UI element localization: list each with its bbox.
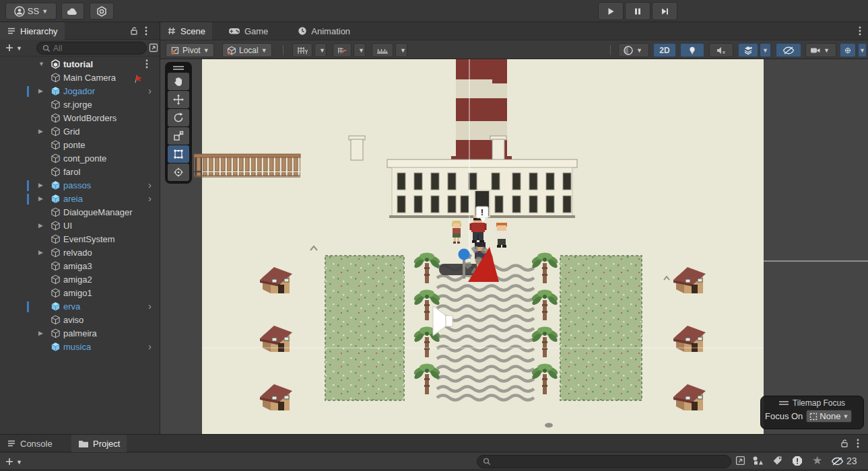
rect-tool[interactable] — [168, 145, 189, 163]
cloud-services-button[interactable] — [61, 3, 84, 20]
favorites-star-icon[interactable]: ★ — [812, 454, 822, 468]
hierarchy-item-dialoguemanager[interactable]: DialogueManager — [0, 206, 160, 219]
hierarchy-item-relvado[interactable]: ▶ relvado — [0, 246, 160, 260]
tab-project[interactable]: Project — [71, 435, 127, 452]
prefab-open-icon[interactable]: › — [148, 179, 152, 190]
hierarchy-item-ponte[interactable]: ponte — [0, 139, 160, 152]
scene-effects-button[interactable] — [738, 43, 758, 57]
rotate-tool[interactable] — [168, 109, 189, 126]
overlay-drag-handle[interactable] — [779, 401, 789, 405]
hierarchy-item-passos[interactable]: ▶ passos › — [0, 179, 160, 192]
prefab-open-icon[interactable]: › — [148, 340, 152, 352]
tilemap-focus-title: Tilemap Focus — [793, 398, 845, 408]
effects-layers-icon — [743, 46, 754, 55]
view-hand-tool[interactable] — [168, 73, 189, 90]
hierarchy-menu-icon[interactable] — [145, 26, 147, 36]
hierarchy-item-musica[interactable]: musica › — [0, 340, 160, 354]
prefab-open-icon[interactable]: › — [148, 192, 152, 204]
grid-snap-dropdown[interactable]: ▼ — [354, 43, 366, 57]
prefab-open-icon[interactable]: › — [148, 300, 152, 312]
account-button[interactable]: SS ▼ — [5, 3, 57, 20]
scene-effects-dropdown[interactable]: ▼ — [760, 43, 771, 57]
hierarchy-item-amigo1[interactable]: amigo1 — [0, 287, 160, 300]
snap-increment-button[interactable] — [372, 43, 393, 57]
scene-audio-button[interactable] — [709, 43, 733, 57]
gizmo-visibility-button[interactable] — [840, 43, 856, 57]
grid-visibility-button[interactable] — [292, 43, 312, 57]
prefab-open-icon[interactable]: › — [148, 85, 152, 96]
orientation-mode-button[interactable]: Local▼ — [222, 43, 272, 57]
focus-on-dropdown[interactable]: None ▼ — [806, 410, 852, 423]
move-tool[interactable] — [168, 91, 189, 108]
alert-filter-icon[interactable] — [792, 456, 803, 466]
lock-icon[interactable] — [129, 26, 139, 36]
grid-visibility-dropdown[interactable]: ▼ — [314, 43, 327, 57]
project-menu-icon[interactable] — [857, 439, 859, 448]
hierarchy-item-grid[interactable]: ▶ Grid — [0, 125, 160, 139]
scene-menu-kebab-icon[interactable] — [859, 26, 861, 36]
hierarchy-item-farol[interactable]: farol — [0, 166, 160, 179]
hierarchy-item-amiga3[interactable]: amiga3 — [0, 260, 160, 273]
hierarchy-item-aviso[interactable]: aviso — [0, 314, 160, 327]
expand-arrow-icon[interactable]: ▶ — [38, 249, 43, 256]
lock-icon[interactable] — [840, 439, 849, 448]
pivot-mode-button[interactable]: Pivot▼ — [166, 43, 214, 57]
scene-menu-icon[interactable] — [145, 59, 148, 69]
collapse-arrow-icon[interactable]: ▼ — [38, 61, 44, 67]
tab-scene[interactable]: Scene — [160, 22, 212, 40]
hierarchy-scene-tutorial[interactable]: ▼ tutorial — [0, 58, 160, 71]
hierarchy-item-main-camera[interactable]: Main Camera — [0, 71, 160, 85]
play-controls — [598, 2, 677, 20]
hierarchy-item-erva[interactable]: erva › — [0, 300, 160, 314]
tab-hierarchy[interactable]: Hierarchy — [0, 22, 65, 40]
expand-arrow-icon[interactable]: ▶ — [38, 87, 43, 94]
hierarchy-search[interactable] — [36, 42, 147, 55]
create-asset-button[interactable] — [5, 458, 13, 466]
create-dropdown-icon[interactable]: ▼ — [16, 45, 22, 52]
tab-animation[interactable]: Animation — [291, 22, 357, 40]
hierarchy-item-cont-ponte[interactable]: cont_ponte — [0, 152, 160, 166]
hierarchy-item-sr-jorge[interactable]: sr.jorge — [0, 98, 160, 112]
hidden-count-eye-icon[interactable] — [831, 457, 844, 466]
hierarchy-search-input[interactable] — [53, 44, 127, 53]
hierarchy-item-ui[interactable]: ▶ UI — [0, 219, 160, 233]
unity-hub-button[interactable] — [90, 3, 114, 20]
search-window-icon[interactable] — [149, 43, 158, 52]
hierarchy-item-worldborders[interactable]: WorldBorders — [0, 112, 160, 125]
step-button[interactable] — [652, 2, 677, 20]
expand-arrow-icon[interactable]: ▶ — [38, 182, 43, 188]
hidden-objects-button[interactable] — [776, 43, 801, 57]
gizmo-dropdown[interactable]: ▼ — [858, 43, 867, 57]
expand-arrow-icon[interactable]: ▶ — [38, 128, 43, 135]
search-window-icon[interactable] — [735, 456, 745, 466]
scene-lighting-button[interactable] — [680, 43, 704, 57]
hierarchy-item-amiga2[interactable]: amiga2 — [0, 273, 160, 287]
create-object-button[interactable] — [5, 44, 13, 52]
grid-snap-button[interactable] — [333, 43, 352, 57]
2d-mode-button[interactable]: 2D — [653, 43, 676, 57]
pause-button[interactable] — [625, 2, 650, 20]
draw-mode-button[interactable]: ▼ — [618, 43, 649, 57]
play-button[interactable] — [598, 2, 624, 20]
expand-arrow-icon[interactable]: ▶ — [38, 195, 43, 202]
scale-tool[interactable] — [168, 127, 189, 145]
expand-arrow-icon[interactable]: ▶ — [38, 222, 43, 229]
project-search-input[interactable] — [494, 457, 710, 467]
hierarchy-item-eventsystem[interactable]: EventSystem — [0, 233, 160, 246]
tab-game[interactable]: Game — [222, 22, 275, 40]
hierarchy-item-jogador[interactable]: ▶ Jogador › — [0, 85, 160, 98]
tab-console[interactable]: Console — [0, 435, 59, 452]
scene-viewport[interactable]: ! Tilemap Focus Focus On — [160, 59, 868, 434]
transform-tool[interactable] — [168, 164, 189, 181]
project-search[interactable] — [477, 455, 731, 468]
hierarchy-item-areia[interactable]: ▶ areia › — [0, 192, 160, 206]
expand-arrow-icon[interactable]: ▶ — [38, 330, 43, 336]
gameobject-icon — [51, 288, 61, 298]
filter-by-label-icon[interactable] — [772, 456, 782, 466]
scene-camera-button[interactable]: ▼ — [805, 43, 836, 57]
create-asset-dropdown-icon[interactable]: ▼ — [16, 459, 22, 466]
filter-by-type-icon[interactable] — [752, 456, 763, 466]
overlay-drag-handle[interactable] — [173, 66, 184, 70]
snap-increment-dropdown[interactable]: ▼ — [395, 43, 407, 57]
hierarchy-item-palmeira[interactable]: ▶ palmeira — [0, 327, 160, 340]
